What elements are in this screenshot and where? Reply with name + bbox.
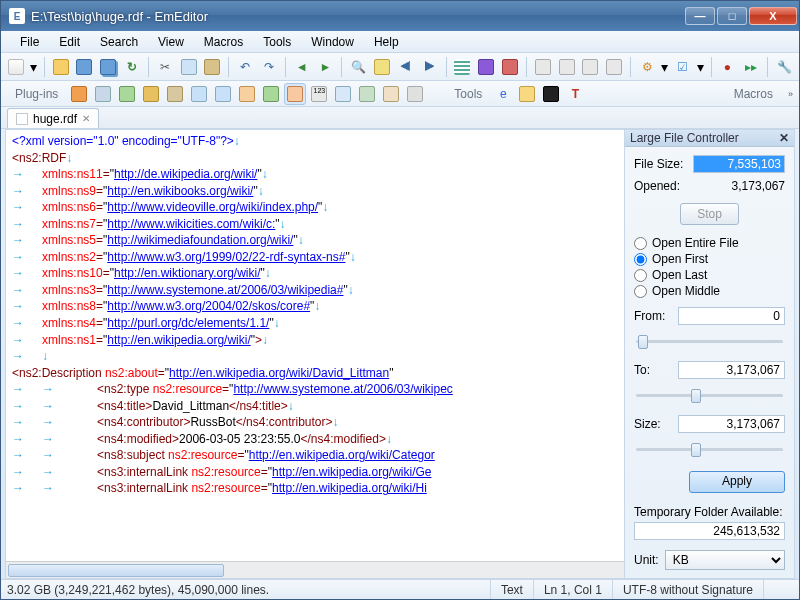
wrap-page-icon[interactable] <box>603 56 625 78</box>
opened-label: Opened: <box>634 179 689 193</box>
file-size-label: File Size: <box>634 157 689 171</box>
to-input[interactable]: 3,173,067 <box>678 361 785 379</box>
menu-edit[interactable]: Edit <box>50 33 89 51</box>
redo-icon[interactable]: ↷ <box>258 56 280 78</box>
plugin-icon-3[interactable] <box>116 83 138 105</box>
tabstrip: huge.rdf ✕ <box>1 107 799 129</box>
save-icon[interactable] <box>74 56 96 78</box>
undo-icon[interactable]: ↶ <box>234 56 256 78</box>
plugin-icon-10-active[interactable] <box>284 83 306 105</box>
extra-tool-icon[interactable]: 🔧 <box>773 56 795 78</box>
properties-icon[interactable]: ☑ <box>672 56 694 78</box>
large-file-controller-panel: Large File Controller ✕ File Size: 7,535… <box>624 130 794 578</box>
plugin-icon-14[interactable] <box>380 83 402 105</box>
menu-window[interactable]: Window <box>302 33 363 51</box>
size-label: Size: <box>634 417 674 431</box>
play-macro-icon[interactable]: ▸▸ <box>740 56 762 78</box>
status-position: Ln 1, Col 1 <box>533 580 612 599</box>
menu-file[interactable]: File <box>11 33 48 51</box>
props-dropdown-icon[interactable]: ▾ <box>696 56 706 78</box>
grid-icon[interactable] <box>452 56 474 78</box>
tool-text-icon[interactable]: T <box>564 83 586 105</box>
stop-button[interactable]: Stop <box>680 203 739 225</box>
copy-icon[interactable] <box>178 56 200 78</box>
to-slider[interactable] <box>636 385 783 405</box>
tab-huge-rdf[interactable]: huge.rdf ✕ <box>7 108 99 128</box>
app-icon: E <box>9 8 25 24</box>
tools-section[interactable]: Tools <box>444 85 492 103</box>
plugin-icon-13[interactable] <box>356 83 378 105</box>
file-size-value[interactable]: 7,535,103 <box>693 155 785 173</box>
menu-help[interactable]: Help <box>365 33 408 51</box>
menu-macros[interactable]: Macros <box>195 33 252 51</box>
tool-explorer-icon[interactable] <box>516 83 538 105</box>
find-next-icon[interactable]: ⯈ <box>419 56 441 78</box>
config-icon[interactable]: ⚙ <box>636 56 658 78</box>
bookmark-icon[interactable] <box>475 56 497 78</box>
plugin-icon-4[interactable] <box>140 83 162 105</box>
unit-label: Unit: <box>634 553 659 567</box>
back-icon[interactable]: ◄ <box>291 56 313 78</box>
plugin-icon-12[interactable] <box>332 83 354 105</box>
menu-search[interactable]: Search <box>91 33 147 51</box>
find-prev-icon[interactable]: ⯇ <box>395 56 417 78</box>
menu-view[interactable]: View <box>149 33 193 51</box>
radio-open-middle[interactable]: Open Middle <box>634 283 785 299</box>
config-dropdown-icon[interactable]: ▾ <box>660 56 670 78</box>
wrap-window-icon[interactable] <box>580 56 602 78</box>
reload-icon[interactable]: ↻ <box>121 56 143 78</box>
minimize-button[interactable]: — <box>685 7 715 25</box>
horizontal-scrollbar[interactable] <box>6 561 624 578</box>
editor[interactable]: <?xml version="1.0" encoding="UTF-8"?>↓ … <box>6 130 624 578</box>
temp-folder-label: Temporary Folder Available: <box>634 505 785 519</box>
forward-icon[interactable]: ► <box>315 56 337 78</box>
plugin-icon-2[interactable] <box>92 83 114 105</box>
maximize-button[interactable]: □ <box>717 7 747 25</box>
close-button[interactable]: X <box>749 7 797 25</box>
plugin-icon-5[interactable] <box>164 83 186 105</box>
find-icon[interactable]: 🔍 <box>347 56 369 78</box>
plugins-section[interactable]: Plug-ins <box>5 85 68 103</box>
panel-close-icon[interactable]: ✕ <box>779 131 789 145</box>
radio-open-entire-file[interactable]: Open Entire File <box>634 235 785 251</box>
plugin-icon-9[interactable] <box>260 83 282 105</box>
save-all-icon[interactable] <box>97 56 119 78</box>
size-slider[interactable] <box>636 439 783 459</box>
tool-ie-icon[interactable]: e <box>492 83 514 105</box>
new-dropdown-icon[interactable]: ▾ <box>29 56 39 78</box>
radio-open-first[interactable]: Open First <box>634 251 785 267</box>
from-slider[interactable] <box>636 331 783 351</box>
wrap-char-icon[interactable] <box>556 56 578 78</box>
titlebar: E E:\Test\big\huge.rdf - EmEditor — □ X <box>1 1 799 31</box>
record-macro-icon[interactable]: ● <box>717 56 739 78</box>
plugin-icon-8[interactable] <box>236 83 258 105</box>
status-mode: Text <box>490 580 533 599</box>
cut-icon[interactable]: ✂ <box>154 56 176 78</box>
tool-cmd-icon[interactable] <box>540 83 562 105</box>
to-label: To: <box>634 363 674 377</box>
statusbar: 3.02 GB (3,249,221,462 bytes), 45,090,00… <box>1 579 799 599</box>
unit-select[interactable]: KB <box>665 550 785 570</box>
overflow-chevron-icon[interactable]: » <box>788 89 793 99</box>
from-input[interactable]: 0 <box>678 307 785 325</box>
goto-bookmark-icon[interactable] <box>499 56 521 78</box>
from-label: From: <box>634 309 674 323</box>
menu-tools[interactable]: Tools <box>254 33 300 51</box>
size-input[interactable]: 3,173,067 <box>678 415 785 433</box>
macros-section[interactable]: Macros <box>734 87 795 101</box>
wrap-none-icon[interactable] <box>532 56 554 78</box>
paste-icon[interactable] <box>201 56 223 78</box>
new-file-icon[interactable] <box>5 56 27 78</box>
open-icon[interactable] <box>50 56 72 78</box>
plugin-icon-15[interactable] <box>404 83 426 105</box>
plugin-icon-1[interactable] <box>68 83 90 105</box>
scrollbar-thumb[interactable] <box>8 564 224 577</box>
tab-close-icon[interactable]: ✕ <box>82 113 90 124</box>
radio-open-last[interactable]: Open Last <box>634 267 785 283</box>
plugin-icon-11[interactable]: 123 <box>308 83 330 105</box>
plugin-icon-6[interactable] <box>188 83 210 105</box>
second-toolbar: Plug-ins 123 Tools e T Macros » <box>1 81 799 107</box>
apply-button[interactable]: Apply <box>689 471 785 493</box>
replace-icon[interactable] <box>371 56 393 78</box>
plugin-icon-7[interactable] <box>212 83 234 105</box>
